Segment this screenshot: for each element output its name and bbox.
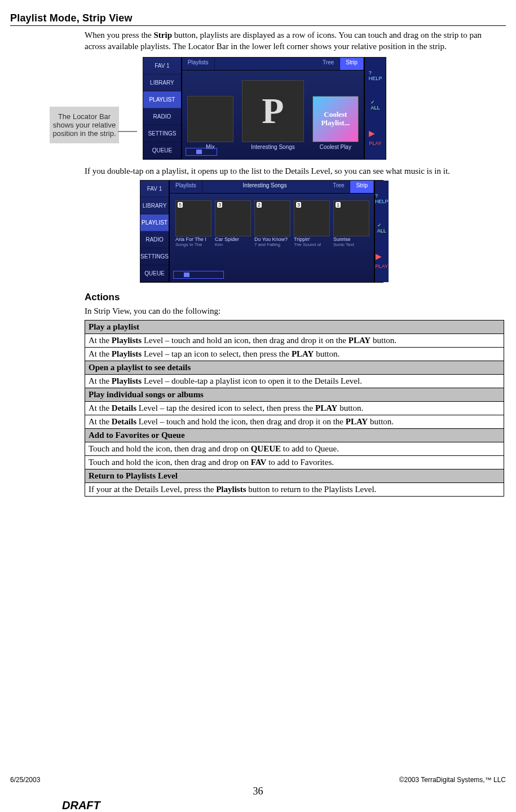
page-title: Playlist Mode, Strip View xyxy=(10,12,506,26)
playlist-tile[interactable]: Coolest Playlist...Coolest Play xyxy=(313,96,358,150)
topbar-title xyxy=(215,58,317,70)
sidebar-item-playlist[interactable]: PLAYLIST xyxy=(143,91,181,108)
table-row: At the Playlists Level – touch and hold … xyxy=(85,334,504,348)
rightbar: ?HELP ✓ALL ▶PLAY xyxy=(364,58,386,159)
strip-word: Strip xyxy=(153,30,172,39)
sidebar-item-radio[interactable]: RADIO xyxy=(140,231,169,248)
footer: 6/25/2003 ©2003 TerraDigital Systems,™ L… xyxy=(10,776,506,784)
action-cell: Touch and hold the icon, then drag and d… xyxy=(85,456,504,469)
playlists-button[interactable]: Playlists xyxy=(170,181,202,193)
group-header: Return to Playlists Level xyxy=(85,469,504,483)
topbar-title: Interesting Songs xyxy=(202,181,328,193)
actions-heading: Actions xyxy=(85,292,506,303)
all-button[interactable]: ✓ALL xyxy=(371,99,380,111)
sidebar-item-fav-1[interactable]: FAV 1 xyxy=(143,58,181,74)
actions-table: Play a playlistAt the Playlists Level – … xyxy=(85,320,504,497)
table-row: At the Playlists Level – double-tap a pl… xyxy=(85,375,504,388)
help-button[interactable]: ?HELP xyxy=(369,70,382,81)
playlist-cover xyxy=(187,96,233,142)
action-cell: At the Playlists Level – double-tap a pl… xyxy=(85,375,504,388)
locator-callout: The Locator Bar shows your relative posi… xyxy=(50,107,119,143)
text: When you press the xyxy=(85,30,153,39)
table-row: Open a playlist to see details xyxy=(85,361,504,375)
sidebar: FAV 1LIBRARYPLAYLISTRADIOSETTINGSQUEUE xyxy=(140,181,170,282)
intro-paragraph: When you press the Strip button, playlis… xyxy=(85,29,502,52)
details-strip[interactable]: 5Aria For The ISongs In The3Car SpiderKi… xyxy=(170,194,374,282)
action-cell: Touch and hold the icon, then drag and d… xyxy=(85,442,504,456)
screenshot-1-row: The Locator Bar shows your relative posi… xyxy=(10,57,506,160)
track-number-badge: 3 xyxy=(217,202,222,208)
song-tile[interactable]: 2Do You Know?7 and Falling xyxy=(254,200,289,247)
strip-button[interactable]: Strip xyxy=(340,58,364,70)
sidebar-item-settings[interactable]: SETTINGS xyxy=(143,125,181,142)
sidebar-item-playlist[interactable]: PLAYLIST xyxy=(140,214,169,231)
sidebar-item-queue[interactable]: QUEUE xyxy=(140,265,169,282)
locator-bar xyxy=(173,271,224,279)
playlist-cover: P xyxy=(242,80,304,142)
playlist-tile[interactable]: Mix xyxy=(188,96,233,150)
sidebar-item-fav-1[interactable]: FAV 1 xyxy=(140,181,169,197)
song-subtitle: Kim xyxy=(215,242,250,247)
tree-button[interactable]: Tree xyxy=(327,181,350,193)
sidebar-item-queue[interactable]: QUEUE xyxy=(143,142,181,159)
para-2: If you double-tap on a playlist, it open… xyxy=(85,165,502,177)
footer-date: 6/25/2003 xyxy=(10,776,40,784)
song-title: Sunrise xyxy=(333,236,368,242)
all-button[interactable]: ✓ALL xyxy=(377,222,386,234)
playlist-tile[interactable]: PInteresting Songs xyxy=(242,80,304,150)
song-subtitle: 7 and Falling xyxy=(254,242,289,247)
group-header: Play a playlist xyxy=(85,321,504,334)
topbar: Playlists Tree Strip xyxy=(182,58,364,71)
sidebar-item-library[interactable]: LIBRARY xyxy=(140,197,169,214)
table-row: Add to Favorites or Queue xyxy=(85,429,504,442)
song-title: Car Spider xyxy=(215,236,250,242)
table-row: At the Playlists Level – tap an icon to … xyxy=(85,348,504,361)
song-cover: 3 xyxy=(294,200,330,236)
song-cover: 5 xyxy=(175,200,211,236)
table-row: At the Details Level – touch and hold th… xyxy=(85,415,504,429)
table-row: Return to Playlists Level xyxy=(85,469,504,483)
action-cell: At the Details Level – tap the desired i… xyxy=(85,402,504,415)
table-row: Touch and hold the icon, then drag and d… xyxy=(85,442,504,456)
sidebar-item-settings[interactable]: SETTINGS xyxy=(140,248,169,265)
table-row: Play a playlist xyxy=(85,321,504,334)
group-header: Add to Favorites or Queue xyxy=(85,429,504,442)
song-tile[interactable]: 1SunriseSonic Text xyxy=(333,200,368,247)
playlists-button[interactable]: Playlists xyxy=(182,58,215,70)
song-cover: 1 xyxy=(333,200,369,236)
callout-leader-line xyxy=(118,131,137,132)
song-cover: 3 xyxy=(215,200,251,236)
table-row: Play individual songs or albums xyxy=(85,388,504,402)
table-row: At the Details Level – tap the desired i… xyxy=(85,402,504,415)
song-subtitle: The Sound of xyxy=(294,242,329,247)
song-subtitle: Songs In The xyxy=(175,242,210,247)
song-tile[interactable]: 5Aria For The ISongs In The xyxy=(175,200,210,247)
page-number: 36 xyxy=(0,785,516,797)
strip-view[interactable]: MixPInteresting SongsCoolest Playlist...… xyxy=(182,71,364,159)
sidebar-item-library[interactable]: LIBRARY xyxy=(143,74,181,91)
action-cell: At the Playlists Level – tap an icon to … xyxy=(85,348,504,361)
action-cell: At the Details Level – touch and hold th… xyxy=(85,415,504,429)
locator-bar xyxy=(186,148,217,156)
help-button[interactable]: ?HELP xyxy=(375,193,389,204)
song-tile[interactable]: 3Trippin'The Sound of xyxy=(294,200,329,247)
song-title: Trippin' xyxy=(294,236,329,242)
table-row: If your at the Details Level, press the … xyxy=(85,483,504,497)
song-subtitle: Sonic Text xyxy=(333,242,368,247)
song-title: Do You Know? xyxy=(254,236,289,242)
rightbar: ?HELP ✓ALL ▶PLAY xyxy=(374,181,389,282)
para-3: In Strip View, you can do the following: xyxy=(85,305,502,317)
group-header: Play individual songs or albums xyxy=(85,388,504,402)
strip-button[interactable]: Strip xyxy=(350,181,374,193)
song-tile[interactable]: 3Car SpiderKim xyxy=(215,200,250,247)
play-button[interactable]: ▶PLAY xyxy=(376,252,388,270)
tree-button[interactable]: Tree xyxy=(317,58,340,70)
footer-copyright: ©2003 TerraDigital Systems,™ LLC xyxy=(399,776,506,784)
sidebar-item-radio[interactable]: RADIO xyxy=(143,108,181,125)
track-number-badge: 3 xyxy=(296,202,301,208)
playlist-label: Interesting Songs xyxy=(251,144,295,150)
track-number-badge: 5 xyxy=(178,202,183,208)
play-button[interactable]: ▶PLAY xyxy=(369,129,381,147)
draft-watermark: DRAFT xyxy=(62,799,100,812)
song-title: Aria For The I xyxy=(175,236,210,242)
